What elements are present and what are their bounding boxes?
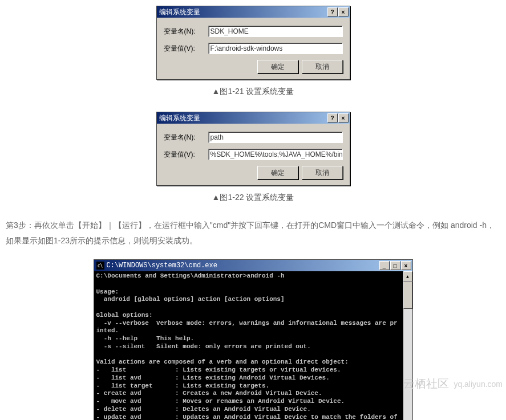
figure-caption-2: ▲图1-22 设置系统变量 [6,193,500,203]
ok-button[interactable]: 确定 [257,60,298,74]
step3-paragraph: 第3步：再依次单击【开始】｜【运行】，在运行框中输入"cmd"并按下回车键，在打… [6,218,500,248]
dialog2-title: 编辑系统变量 [159,113,200,123]
scroll-track[interactable] [403,282,412,420]
var-value-input[interactable]: F:\android-sdk-windows [208,43,343,54]
ok-button[interactable]: 确定 [257,166,298,180]
var-value-label: 变量值(V): [164,150,208,160]
close-icon[interactable]: × [338,113,349,123]
minimize-icon[interactable]: _ [379,261,390,270]
edit-env-dialog-2: 编辑系统变量 ? × 变量名(N): path 变量值(V): %SDK_HOM… [156,112,350,186]
scroll-thumb[interactable] [403,282,412,309]
cmd-titlebar[interactable]: c\ C:\WINDOWS\system32\cmd.exe _ □ × [94,260,412,271]
figure-caption-1: ▲图1-21 设置系统变量 [6,87,500,97]
edit-env-dialog-1: 编辑系统变量 ? × 变量名(N): SDK_HOME 变量值(V): F:\a… [156,6,350,80]
dialog1-title: 编辑系统变量 [159,7,200,17]
dialog1-titlebar[interactable]: 编辑系统变量 ? × [157,6,350,18]
maximize-icon[interactable]: □ [390,261,400,270]
help-icon[interactable]: ? [327,113,338,123]
var-name-label: 变量名(N): [164,133,208,142]
cmd-title: C:\WINDOWS\system32\cmd.exe [107,262,217,270]
help-icon[interactable]: ? [327,7,338,17]
var-name-input[interactable]: path [208,132,343,143]
cmd-prompt-icon: c\ [96,262,104,270]
cmd-window: c\ C:\WINDOWS\system32\cmd.exe _ □ × C:\… [94,259,413,420]
cancel-button[interactable]: 取消 [302,60,343,74]
close-icon[interactable]: × [401,261,411,270]
cmd-scrollbar[interactable]: ▲ ▼ [403,271,412,420]
var-name-label: 变量名(N): [164,27,208,36]
close-icon[interactable]: × [338,7,349,17]
dialog2-titlebar[interactable]: 编辑系统变量 ? × [157,112,350,124]
cmd-output[interactable]: C:\Documents and Settings\Administrator>… [94,271,403,420]
var-name-input[interactable]: SDK_HOME [208,26,343,37]
var-value-label: 变量值(V): [164,44,208,54]
cancel-button[interactable]: 取消 [302,166,343,180]
var-value-input[interactable]: %SDK_HOME%\tools;%JAVA_HOME%/bin;C:\ [208,149,343,160]
scroll-up-icon[interactable]: ▲ [403,271,412,282]
